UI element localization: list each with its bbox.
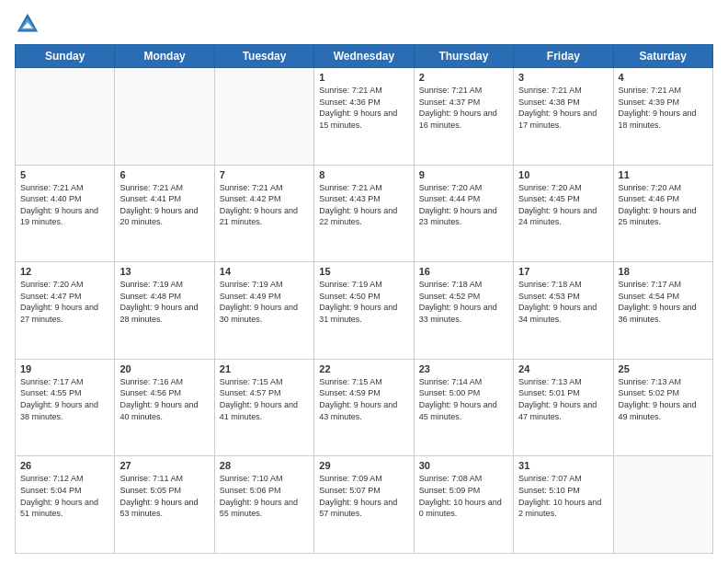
day-cell: 23 Sunrise: 7:14 AMSunset: 5:00 PMDaylig…	[414, 359, 513, 456]
cell-info: Sunrise: 7:19 AMSunset: 4:50 PMDaylight:…	[319, 279, 408, 325]
cell-info: Sunrise: 7:14 AMSunset: 5:00 PMDaylight:…	[419, 376, 508, 422]
cell-info: Sunrise: 7:21 AMSunset: 4:43 PMDaylight:…	[319, 182, 408, 228]
day-cell: 4 Sunrise: 7:21 AMSunset: 4:39 PMDayligh…	[613, 68, 712, 166]
calendar-table: SundayMondayTuesdayWednesdayThursdayFrid…	[15, 44, 713, 554]
cell-info: Sunrise: 7:17 AMSunset: 4:55 PMDaylight:…	[20, 376, 109, 422]
cell-info: Sunrise: 7:21 AMSunset: 4:40 PMDaylight:…	[20, 182, 109, 228]
logo-icon	[15, 11, 40, 37]
cell-info: Sunrise: 7:12 AMSunset: 5:04 PMDaylight:…	[20, 473, 109, 519]
day-cell: 8 Sunrise: 7:21 AMSunset: 4:43 PMDayligh…	[314, 165, 414, 262]
day-number: 16	[419, 266, 508, 277]
day-cell: 15 Sunrise: 7:19 AMSunset: 4:50 PMDaylig…	[314, 262, 414, 360]
cell-info: Sunrise: 7:20 AMSunset: 4:46 PMDaylight:…	[619, 182, 708, 228]
day-cell: 5 Sunrise: 7:21 AMSunset: 4:40 PMDayligh…	[16, 165, 115, 262]
day-cell: 7 Sunrise: 7:21 AMSunset: 4:42 PMDayligh…	[214, 165, 313, 262]
day-cell: 14 Sunrise: 7:19 AMSunset: 4:49 PMDaylig…	[214, 262, 313, 360]
day-number: 24	[518, 363, 608, 374]
day-cell: 3 Sunrise: 7:21 AMSunset: 4:38 PMDayligh…	[514, 68, 613, 166]
day-number: 29	[319, 460, 408, 471]
day-cell: 24 Sunrise: 7:13 AMSunset: 5:01 PMDaylig…	[514, 359, 613, 456]
week-row-1: 5 Sunrise: 7:21 AMSunset: 4:40 PMDayligh…	[16, 165, 713, 262]
day-number: 27	[119, 460, 209, 471]
page: SundayMondayTuesdayWednesdayThursdayFrid…	[0, 0, 728, 563]
day-number: 13	[119, 266, 209, 277]
cell-info: Sunrise: 7:21 AMSunset: 4:41 PMDaylight:…	[119, 182, 209, 228]
day-number: 18	[619, 266, 708, 277]
day-cell	[115, 68, 214, 166]
day-cell: 1 Sunrise: 7:21 AMSunset: 4:36 PMDayligh…	[314, 68, 414, 166]
day-cell: 30 Sunrise: 7:08 AMSunset: 5:09 PMDaylig…	[414, 456, 513, 554]
day-number: 5	[20, 169, 109, 180]
day-cell: 28 Sunrise: 7:10 AMSunset: 5:06 PMDaylig…	[214, 456, 313, 554]
day-cell: 18 Sunrise: 7:17 AMSunset: 4:54 PMDaylig…	[613, 262, 712, 360]
cell-info: Sunrise: 7:21 AMSunset: 4:42 PMDaylight:…	[220, 182, 309, 228]
day-cell: 16 Sunrise: 7:18 AMSunset: 4:52 PMDaylig…	[414, 262, 513, 360]
day-cell: 19 Sunrise: 7:17 AMSunset: 4:55 PMDaylig…	[16, 359, 115, 456]
day-cell: 10 Sunrise: 7:20 AMSunset: 4:45 PMDaylig…	[514, 165, 613, 262]
week-row-3: 19 Sunrise: 7:17 AMSunset: 4:55 PMDaylig…	[16, 359, 713, 456]
day-cell	[613, 456, 712, 554]
day-cell: 20 Sunrise: 7:16 AMSunset: 4:56 PMDaylig…	[115, 359, 214, 456]
day-number: 21	[220, 363, 309, 374]
day-number: 1	[319, 72, 408, 83]
day-cell: 22 Sunrise: 7:15 AMSunset: 4:59 PMDaylig…	[314, 359, 414, 456]
day-number: 10	[518, 169, 608, 180]
cell-info: Sunrise: 7:15 AMSunset: 4:59 PMDaylight:…	[319, 376, 408, 422]
cell-info: Sunrise: 7:19 AMSunset: 4:49 PMDaylight:…	[220, 279, 309, 325]
day-cell: 17 Sunrise: 7:18 AMSunset: 4:53 PMDaylig…	[514, 262, 613, 360]
cell-info: Sunrise: 7:17 AMSunset: 4:54 PMDaylight:…	[619, 279, 708, 325]
day-number: 12	[20, 266, 109, 277]
day-number: 26	[20, 460, 109, 471]
day-number: 31	[518, 460, 608, 471]
cell-info: Sunrise: 7:13 AMSunset: 5:02 PMDaylight:…	[619, 376, 708, 422]
calendar-body: 1 Sunrise: 7:21 AMSunset: 4:36 PMDayligh…	[16, 68, 713, 554]
day-number: 4	[619, 72, 708, 83]
weekday-header-wednesday: Wednesday	[314, 45, 414, 68]
cell-info: Sunrise: 7:13 AMSunset: 5:01 PMDaylight:…	[518, 376, 608, 422]
cell-info: Sunrise: 7:20 AMSunset: 4:47 PMDaylight:…	[20, 279, 109, 325]
cell-info: Sunrise: 7:11 AMSunset: 5:05 PMDaylight:…	[119, 473, 209, 519]
day-number: 20	[119, 363, 209, 374]
cell-info: Sunrise: 7:21 AMSunset: 4:37 PMDaylight:…	[419, 85, 508, 131]
day-cell: 27 Sunrise: 7:11 AMSunset: 5:05 PMDaylig…	[115, 456, 214, 554]
cell-info: Sunrise: 7:21 AMSunset: 4:39 PMDaylight:…	[619, 85, 708, 131]
day-cell: 2 Sunrise: 7:21 AMSunset: 4:37 PMDayligh…	[414, 68, 513, 166]
day-cell: 26 Sunrise: 7:12 AMSunset: 5:04 PMDaylig…	[16, 456, 115, 554]
day-number: 22	[319, 363, 408, 374]
day-number: 15	[319, 266, 408, 277]
day-cell: 6 Sunrise: 7:21 AMSunset: 4:41 PMDayligh…	[115, 165, 214, 262]
day-cell: 29 Sunrise: 7:09 AMSunset: 5:07 PMDaylig…	[314, 456, 414, 554]
day-number: 11	[619, 169, 708, 180]
day-cell: 12 Sunrise: 7:20 AMSunset: 4:47 PMDaylig…	[16, 262, 115, 360]
calendar-header: SundayMondayTuesdayWednesdayThursdayFrid…	[16, 45, 713, 68]
day-number: 2	[419, 72, 508, 83]
day-number: 8	[319, 169, 408, 180]
cell-info: Sunrise: 7:21 AMSunset: 4:36 PMDaylight:…	[319, 85, 408, 131]
week-row-0: 1 Sunrise: 7:21 AMSunset: 4:36 PMDayligh…	[16, 68, 713, 166]
cell-info: Sunrise: 7:16 AMSunset: 4:56 PMDaylight:…	[119, 376, 209, 422]
cell-info: Sunrise: 7:07 AMSunset: 5:10 PMDaylight:…	[518, 473, 608, 519]
cell-info: Sunrise: 7:18 AMSunset: 4:52 PMDaylight:…	[419, 279, 508, 325]
day-number: 25	[619, 363, 708, 374]
day-cell: 21 Sunrise: 7:15 AMSunset: 4:57 PMDaylig…	[214, 359, 313, 456]
day-cell: 9 Sunrise: 7:20 AMSunset: 4:44 PMDayligh…	[414, 165, 513, 262]
day-number: 28	[220, 460, 309, 471]
cell-info: Sunrise: 7:20 AMSunset: 4:44 PMDaylight:…	[419, 182, 508, 228]
day-cell: 13 Sunrise: 7:19 AMSunset: 4:48 PMDaylig…	[115, 262, 214, 360]
day-number: 6	[119, 169, 209, 180]
weekday-header-tuesday: Tuesday	[214, 45, 313, 68]
day-number: 30	[419, 460, 508, 471]
header	[15, 11, 713, 37]
cell-info: Sunrise: 7:10 AMSunset: 5:06 PMDaylight:…	[220, 473, 309, 519]
day-number: 7	[220, 169, 309, 180]
cell-info: Sunrise: 7:15 AMSunset: 4:57 PMDaylight:…	[220, 376, 309, 422]
week-row-2: 12 Sunrise: 7:20 AMSunset: 4:47 PMDaylig…	[16, 262, 713, 360]
cell-info: Sunrise: 7:20 AMSunset: 4:45 PMDaylight:…	[518, 182, 608, 228]
cell-info: Sunrise: 7:18 AMSunset: 4:53 PMDaylight:…	[518, 279, 608, 325]
cell-info: Sunrise: 7:21 AMSunset: 4:38 PMDaylight:…	[518, 85, 608, 131]
weekday-header-friday: Friday	[514, 45, 613, 68]
day-number: 19	[20, 363, 109, 374]
day-cell	[214, 68, 313, 166]
header-row: SundayMondayTuesdayWednesdayThursdayFrid…	[16, 45, 713, 68]
cell-info: Sunrise: 7:09 AMSunset: 5:07 PMDaylight:…	[319, 473, 408, 519]
